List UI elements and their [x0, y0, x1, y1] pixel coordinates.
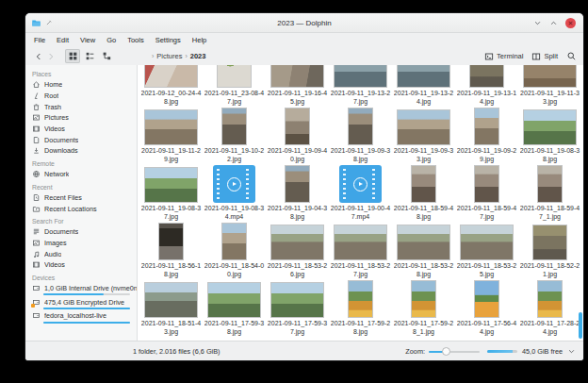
back-button[interactable] — [32, 52, 44, 61]
file-item[interactable]: 2021-09-11_18-53-25.jpg — [455, 223, 518, 280]
menu-help[interactable]: Help — [187, 36, 212, 44]
file-item[interactable]: 2021-09-11_19-09-29.jpg — [455, 108, 518, 165]
file-name: 2021-09-11_18-56-18.jpg — [141, 261, 202, 279]
sidebar-item-label: Documents — [44, 136, 78, 144]
file-item[interactable]: 2021-09-11_18-52-21.jpg — [518, 223, 581, 280]
sidebar-item-475-4-gib-encrypted-drive[interactable]: 475,4 GiB Encrypted Drive — [32, 296, 137, 308]
file-item[interactable]: 2021-09-11_17-59-28.jpg — [329, 280, 392, 338]
unlocked-emblem-icon — [31, 304, 35, 308]
file-item[interactable]: 2021-09-11_19-13-27.jpg — [329, 65, 392, 108]
zoom-slider[interactable] — [429, 347, 480, 356]
sidebar-item-audio[interactable]: Audio — [32, 248, 137, 259]
details-view-button[interactable] — [82, 49, 97, 63]
zoom-slider-handle[interactable] — [442, 347, 450, 356]
file-item[interactable]: 2021-09-11_17-28-24.jpg — [518, 280, 581, 338]
terminal-button[interactable]: Terminal — [484, 52, 523, 61]
split-button[interactable]: Split — [531, 52, 558, 61]
file-item[interactable]: 2021-09-11_19-08-34.mp4 — [203, 165, 266, 223]
photo-thumbnail — [411, 280, 436, 318]
file-item[interactable]: 2021-09-11_19-11-33.jpg — [518, 65, 581, 108]
file-item[interactable]: 2021-09-11_19-11-29.jpg — [139, 108, 203, 165]
maximize-button[interactable] — [549, 19, 558, 27]
titlebar[interactable]: 2023 — Dolphin ✕ — [25, 13, 583, 33]
pin-icon[interactable] — [45, 19, 53, 26]
tree-view-button[interactable] — [99, 49, 114, 63]
file-item[interactable]: 2021-09-11_18-59-48.jpg — [392, 165, 455, 223]
file-item[interactable]: 2021-09-11_17-59-28_1.jpg — [392, 280, 455, 338]
sidebar-item-documents[interactable]: Documents — [32, 134, 137, 145]
sidebar-item-network[interactable]: Network — [32, 169, 137, 180]
image-icon — [32, 113, 41, 122]
file-name: 2021-09-11_19-11-33.jpg — [520, 89, 580, 107]
sidebar-item-root[interactable]: Root — [32, 91, 137, 102]
file-name: 2021-09-12_00-24-48.jpg — [141, 89, 202, 107]
file-row: 2021-09-11_18-56-18.jpg2021-09-11_18-54-… — [139, 223, 581, 280]
file-item[interactable]: 2021-09-11_19-10-22.jpg — [203, 108, 266, 165]
sidebar-item-recent-files[interactable]: Recent Files — [32, 192, 137, 204]
sidebar-item-images[interactable]: Images — [32, 238, 137, 249]
file-name: 2021-09-11_19-09-29.jpg — [457, 146, 517, 164]
sidebar-item-1-0-gib-internal-drive-nvme0n-[interactable]: 1,0 GiB Internal Drive (nvme0n… — [32, 283, 137, 294]
file-item[interactable]: 2021-09-11_19-13-14.jpg — [455, 65, 518, 108]
menu-settings[interactable]: Settings — [150, 36, 187, 44]
file-item[interactable]: 2021-09-11_18-59-47.jpg — [455, 165, 518, 223]
file-item[interactable]: 2021-09-11_19-08-38.jpg — [518, 108, 581, 165]
sidebar-item-fedora-localhost-live[interactable]: fedora_localhost-live — [32, 310, 137, 322]
file-item[interactable]: 2021-09-11_19-16-45.jpg — [266, 65, 329, 108]
sidebar-item-pictures[interactable]: Pictures — [32, 112, 137, 124]
toolbar: ›Pictures›2023 Terminal Split — [25, 47, 583, 65]
forward-button[interactable] — [44, 52, 57, 61]
file-item[interactable]: 2021-09-11_17-59-37.jpg — [266, 280, 329, 338]
minimize-button[interactable] — [533, 19, 542, 27]
file-item[interactable]: 2021-09-11_19-09-40.jpg — [266, 108, 329, 165]
free-space-chevron-icon[interactable] — [567, 347, 576, 356]
menu-edit[interactable]: Edit — [51, 36, 74, 44]
file-name: 2021-09-11_18-59-48.jpg — [394, 204, 454, 222]
photo-thumbnail — [144, 65, 198, 88]
photo-thumbnail — [207, 282, 261, 318]
file-item[interactable]: 2021-09-11_19-09-33.jpg — [392, 108, 455, 165]
film-icon — [32, 125, 41, 133]
file-item[interactable]: 2021-09-11_18-53-27.jpg — [329, 223, 392, 280]
menu-file[interactable]: File — [28, 36, 51, 44]
image-icon — [32, 239, 41, 247]
sidebar-item-recent-locations[interactable]: Recent Locations — [32, 203, 137, 214]
file-name: 2021-09-11_18-52-21.jpg — [520, 261, 580, 279]
sidebar-item-downloads[interactable]: Downloads — [32, 145, 137, 157]
vertical-scrollbar[interactable] — [579, 312, 582, 339]
file-item[interactable]: 2021-09-11_18-51-43.jpg — [139, 280, 203, 338]
file-item[interactable]: 2021-09-11_18-56-18.jpg — [139, 223, 203, 280]
breadcrumb-chevron-icon: › — [185, 53, 187, 59]
menu-go[interactable]: Go — [101, 36, 122, 44]
file-item[interactable]: 2021-09-11_19-09-38.jpg — [329, 108, 392, 165]
menu-view[interactable]: View — [74, 36, 101, 44]
file-item[interactable]: 2021-09-11_18-53-26.jpg — [266, 223, 329, 280]
file-item[interactable]: 2021-09-11_18-53-28.jpg — [392, 223, 455, 280]
sidebar-item-videos[interactable]: Videos — [32, 259, 137, 271]
file-item[interactable]: 2021-09-12_00-24-48.jpg — [139, 65, 203, 108]
file-item[interactable]: 2021-09-11_18-59-47_1.jpg — [518, 165, 581, 223]
file-item[interactable]: 2021-09-11_17-56-44.jpg — [455, 280, 518, 338]
photo-thumbnail — [469, 65, 504, 88]
file-item[interactable]: 2021-09-11_19-13-24.jpg — [392, 65, 455, 108]
view-mode-group — [65, 49, 114, 63]
file-item[interactable]: 2021-09-11_17-59-38.jpg — [203, 280, 266, 338]
close-button[interactable]: ✕ — [565, 18, 576, 28]
photo-thumbnail — [144, 109, 198, 145]
file-item[interactable]: 2021-09-11_18-54-00.jpg — [203, 223, 266, 280]
sidebar-item-trash[interactable]: Trash — [32, 101, 137, 112]
file-item[interactable]: 2021-09-11_19-04-38.jpg — [266, 165, 329, 223]
file-item[interactable]: 2021-09-11_23-08-47.jpg — [203, 65, 266, 108]
breadcrumb-item-2023[interactable]: 2023 — [190, 52, 206, 60]
icons-view-button[interactable] — [65, 49, 80, 63]
file-name: 2021-09-11_19-09-33.jpg — [394, 146, 454, 164]
sidebar-item-home[interactable]: Home — [32, 79, 137, 91]
menu-tools[interactable]: Tools — [122, 36, 150, 44]
sidebar-item-videos[interactable]: Videos — [32, 124, 137, 135]
folder-view[interactable]: 2021-09-12_00-24-48.jpg2021-09-11_23-08-… — [138, 65, 583, 341]
search-button[interactable] — [566, 51, 577, 61]
file-item[interactable]: 2021-09-11_19-08-37.jpg — [139, 165, 203, 223]
breadcrumb-item-pictures[interactable]: Pictures — [156, 52, 182, 60]
sidebar-item-documents[interactable]: Documents — [32, 226, 137, 238]
file-item[interactable]: 2021-09-11_19-00-47.mp4 — [329, 165, 392, 223]
